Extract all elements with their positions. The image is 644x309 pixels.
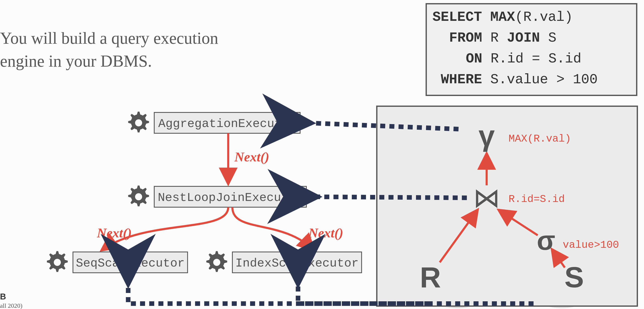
sql-max-arg: (R.val): [515, 9, 573, 25]
executor-indexscan-label: IndexScanExecutor: [235, 257, 359, 270]
executor-indexscan: IndexScanExecutor: [206, 251, 362, 273]
plan-tree-panel: γ MAX(R.val) ⋈ R.id=S.id σ value>100 R S: [377, 106, 637, 306]
next-label-2: Next(): [97, 226, 132, 240]
sql-on-expr: R.id = S.id: [490, 51, 582, 67]
heading-line2: engine in your DBMS.: [0, 52, 152, 70]
leaf-r: R: [420, 261, 441, 294]
op-join-label: R.id=S.id: [508, 193, 565, 205]
sql-from-kw: FROM: [449, 30, 482, 46]
gear-icon: [128, 112, 149, 132]
arrow-next-join-idx: [232, 207, 314, 250]
sql-where-expr: S.value > 100: [490, 72, 598, 87]
sql-max-fn: MAX: [490, 9, 515, 25]
diagram-root: You will build a query execution engine …: [0, 0, 644, 309]
executor-aggregation-label: AggregationExecutor: [158, 117, 296, 131]
next-label-1: Next(): [234, 149, 269, 164]
op-gamma: γ: [478, 119, 495, 152]
next-label-3: Next(): [308, 226, 343, 240]
sql-r: R: [490, 30, 499, 46]
heading-line1: You will build a query execution: [0, 29, 218, 47]
sql-on-kw: ON: [466, 51, 482, 67]
leaf-s: S: [564, 261, 584, 294]
sql-join-kw: JOIN: [507, 30, 540, 46]
sql-select-kw: SELECT: [432, 9, 482, 25]
sql-where-kw: WHERE: [441, 72, 482, 87]
executor-nestloopjoin-label: NestLoopJoinExecutor: [158, 191, 303, 205]
executor-aggregation: AggregationExecutor: [128, 112, 300, 133]
sql-s: S: [548, 30, 556, 46]
gear-icon: [47, 251, 68, 272]
gear-icon: [128, 186, 149, 206]
footer-b: B: [0, 292, 6, 301]
gear-icon: [206, 251, 227, 272]
sql-box: SELECT MAX(R.val) FROM R JOIN S ON R.id …: [426, 4, 637, 95]
op-join: ⋈: [473, 183, 500, 213]
executor-nestloopjoin: NestLoopJoinExecutor: [128, 186, 306, 207]
executor-seqscan: SeqScanExecutor: [47, 251, 188, 273]
link-join-join: [312, 197, 467, 198]
footer-sem: all 2020): [0, 302, 22, 309]
op-sigma: σ: [537, 225, 556, 256]
op-sigma-label: value>100: [563, 239, 619, 251]
op-gamma-label: MAX(R.val): [508, 133, 571, 145]
svg-rect-3: [377, 106, 637, 306]
executor-seqscan-label: SeqScanExecutor: [76, 257, 185, 270]
